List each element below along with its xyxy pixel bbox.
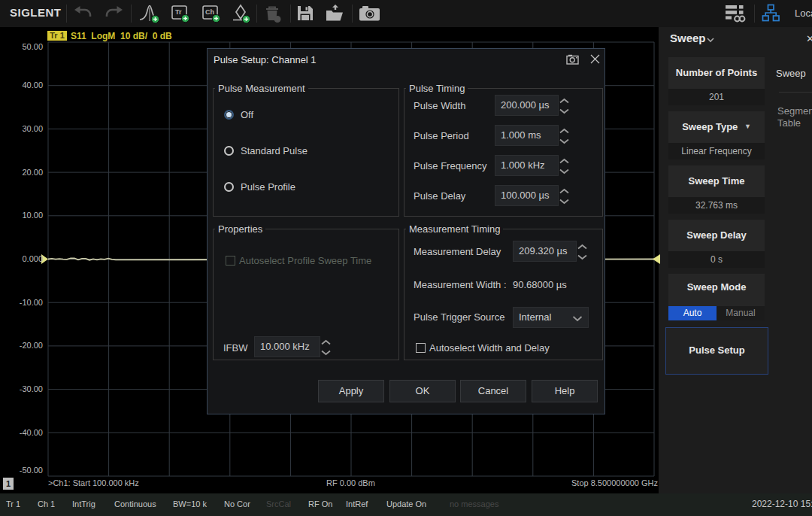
svg-text:Ch: Ch xyxy=(205,8,214,16)
svg-text:Tr: Tr xyxy=(175,8,182,16)
